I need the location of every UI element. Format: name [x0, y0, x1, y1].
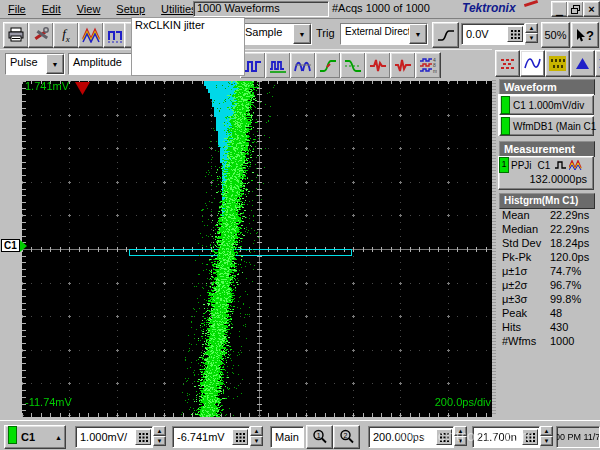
rise-time-button[interactable]	[315, 52, 341, 79]
menu-item-view[interactable]: View	[69, 2, 109, 17]
timebase-view-label: Main	[275, 431, 299, 443]
spin-down-icon[interactable]: ▼	[250, 436, 263, 446]
intensity-percent-value: 50%	[544, 29, 566, 41]
menu-item-setup[interactable]: Setup	[108, 2, 153, 17]
vector-display-button[interactable]	[520, 50, 545, 77]
close-button[interactable]: ×	[583, 1, 600, 17]
measurement-panel-header: Measurement	[499, 141, 595, 157]
keypad-icon	[440, 433, 449, 442]
spin-down-icon[interactable]: ▼	[525, 33, 538, 43]
print-button[interactable]	[3, 22, 29, 48]
chevron-down-icon[interactable]: ▼	[293, 24, 311, 44]
vertical-offset-field[interactable]: -6.741mV	[172, 426, 250, 448]
keypad-button[interactable]	[135, 429, 151, 445]
measure-category-value: Pulse	[6, 54, 46, 74]
channel-select-label: C1	[21, 431, 35, 443]
horizontal-position-field[interactable]: 21.700n	[472, 426, 540, 448]
chevron-down-icon[interactable]: ▼	[409, 24, 427, 44]
setup-tools-button[interactable]	[28, 22, 54, 48]
chevron-down-icon[interactable]: ▼	[46, 54, 64, 74]
measurement-index-badge: 1	[499, 157, 509, 173]
math-button[interactable]: fx	[53, 22, 79, 48]
spin-down-icon[interactable]: ▼	[454, 436, 467, 446]
horizontal-scale-field[interactable]: 200.000ps	[368, 426, 454, 448]
timebase-label: 200.0ps/div	[405, 396, 491, 408]
fall-time-button[interactable]	[340, 52, 366, 79]
channel-marker[interactable]: C1	[1, 239, 27, 252]
trigger-level-value: 0.0V	[462, 28, 507, 40]
keypad-button[interactable]	[436, 429, 452, 445]
infinite-persist-button[interactable]	[545, 50, 570, 77]
red-burst-icon	[394, 58, 412, 73]
freq-measure-button[interactable]	[265, 52, 291, 79]
stat-label: Std Dev	[502, 237, 550, 251]
stat-row: #Wfms1000	[496, 335, 596, 349]
measurement-item[interactable]: 1 PPJi C1 132.0000ps	[498, 156, 594, 190]
horizontal-scale-spinner[interactable]: ▲ ▼	[454, 426, 467, 446]
waveform-display-button[interactable]	[78, 22, 104, 48]
timing-set-button[interactable]: 4 8 m	[415, 52, 441, 79]
vertical-offset-spinner[interactable]: ▲ ▼	[250, 426, 263, 446]
context-help-button[interactable]: ?	[571, 22, 599, 48]
stat-value: 430	[550, 321, 568, 335]
vertical-scale-field[interactable]: 1.000mV/	[75, 426, 153, 448]
waveform-item-wfmdb1[interactable]: WfmDB1 (Main C1	[499, 116, 594, 136]
trigger-slope-button[interactable]	[432, 22, 459, 48]
keypad-icon	[511, 30, 520, 39]
stat-label: Mean	[502, 209, 550, 223]
histogram-display-button[interactable]	[570, 50, 595, 77]
waveform-item-c1[interactable]: C1 1.000mV/div	[499, 95, 594, 115]
keypad-button[interactable]	[522, 429, 538, 445]
spin-up-icon[interactable]: ▲	[540, 426, 553, 436]
sine-wave-icon	[524, 56, 541, 71]
spin-up-icon[interactable]: ▲	[153, 426, 166, 436]
chevron-up-icon: ▲	[55, 434, 62, 441]
spin-up-icon[interactable]: ▲	[454, 426, 467, 436]
zoom1-button[interactable]: 1	[306, 425, 333, 449]
tooltip-text: RxCLKIN jitter	[135, 19, 205, 31]
bottom-voltage-label: -11.74mV	[25, 396, 72, 408]
vertical-offset-value: -6.741mV	[173, 431, 232, 443]
measurement-source: C1	[538, 160, 551, 171]
menu-item-file[interactable]: File	[0, 2, 34, 17]
spin-down-icon[interactable]: ▼	[153, 436, 166, 446]
restore-button[interactable]	[567, 1, 584, 17]
sampling-display-button[interactable]	[495, 50, 520, 77]
stat-row: Pk-Pk120.0ps	[496, 251, 596, 265]
vertical-scale-spinner[interactable]: ▲ ▼	[153, 426, 166, 446]
spin-up-icon[interactable]: ▲	[250, 426, 263, 436]
channel-marker-label: C1	[1, 239, 20, 252]
eye-diagram-button[interactable]	[595, 50, 600, 77]
channel-color-bar	[501, 117, 510, 135]
scope-display[interactable]	[22, 81, 495, 417]
keypad-button[interactable]	[232, 429, 248, 445]
stat-value: 48	[550, 307, 562, 321]
horizontal-position-spinner[interactable]: ▲ ▼	[540, 426, 553, 446]
stat-row: Hits430	[496, 321, 596, 335]
stat-label: μ±3σ	[502, 293, 550, 307]
control-sidebar: Waveform C1 1.000mV/div WfmDB1 (Main C1 …	[492, 48, 600, 420]
trigger-source-select[interactable]: External Direct ▼	[340, 23, 428, 45]
stat-row: μ±3σ99.8%	[496, 293, 596, 307]
keypad-button[interactable]	[507, 26, 523, 42]
red-glitch-icon	[369, 58, 387, 73]
timebase-view-box: Main	[270, 426, 304, 448]
spin-up-icon[interactable]: ▲	[525, 23, 538, 33]
stat-value: 22.29ns	[550, 209, 589, 223]
intensity-percent-button[interactable]: 50%	[541, 22, 570, 48]
trigger-level-field[interactable]: 0.0V	[461, 23, 525, 45]
stat-value: 22.29ns	[550, 223, 589, 237]
histogram-panel-header: Histgrm(Mn C1)	[499, 193, 595, 209]
acquisition-mode-select[interactable]: Sample ▼	[240, 23, 312, 45]
zoom2-button[interactable]: 2	[333, 425, 360, 449]
cycle-measure-button[interactable]	[290, 52, 316, 79]
measure-category-select[interactable]: Pulse ▼	[5, 53, 65, 75]
acquisition-mode-value: Sample	[241, 24, 293, 44]
pos-glitch-button[interactable]	[365, 52, 391, 79]
menu-item-edit[interactable]: Edit	[34, 2, 69, 17]
spin-down-icon[interactable]: ▼	[540, 436, 553, 446]
trigger-level-spinner[interactable]: ▲ ▼	[525, 23, 538, 43]
channel-select-button[interactable]: C1 ▲	[4, 425, 66, 449]
neg-glitch-button[interactable]	[390, 52, 416, 79]
minimize-button[interactable]: ▁	[551, 1, 568, 17]
